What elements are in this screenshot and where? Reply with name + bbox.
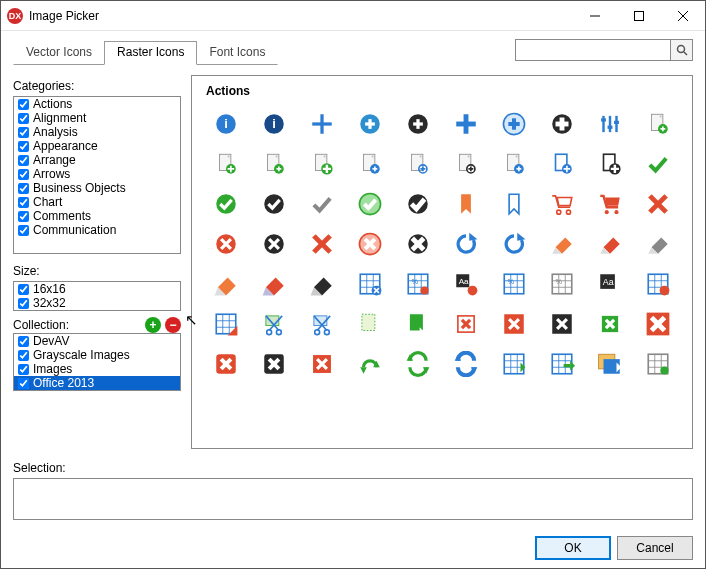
checkbox[interactable] — [18, 169, 29, 180]
maximize-button[interactable] — [617, 1, 661, 31]
apply-circle-icon[interactable] — [258, 188, 290, 220]
close-box-icon[interactable] — [594, 308, 626, 340]
checkbox[interactable] — [18, 378, 29, 389]
selection-box[interactable] — [13, 478, 693, 520]
convert-to-icon[interactable] — [498, 348, 530, 380]
checkbox[interactable] — [18, 183, 29, 194]
list-item[interactable]: Office 2013 — [14, 376, 180, 390]
apply-circle-icon[interactable] — [210, 188, 242, 220]
list-item[interactable]: Chart — [14, 195, 180, 209]
list-item[interactable]: Grayscale Images — [14, 348, 180, 362]
list-item[interactable]: Analysis — [14, 125, 180, 139]
convert-icon[interactable] — [450, 348, 482, 380]
cut-icon[interactable] — [306, 308, 338, 340]
add-circle-icon[interactable] — [354, 108, 386, 140]
add-file-icon[interactable] — [306, 148, 338, 180]
search-input[interactable] — [515, 39, 671, 61]
cancel-circle-icon[interactable] — [210, 228, 242, 260]
clear-format-icon[interactable]: % — [546, 268, 578, 300]
cancel-button[interactable]: Cancel — [617, 536, 693, 560]
refresh-icon[interactable] — [498, 228, 530, 260]
checkbox[interactable] — [18, 284, 29, 295]
apply-circle-icon[interactable] — [354, 188, 386, 220]
eraser-icon[interactable] — [210, 268, 242, 300]
close-box-icon[interactable] — [450, 308, 482, 340]
minimize-button[interactable] — [573, 1, 617, 31]
convert-to-icon[interactable] — [642, 348, 674, 380]
checkbox[interactable] — [18, 350, 29, 361]
add-file-icon[interactable] — [498, 148, 530, 180]
clear-format-icon[interactable]: % — [402, 268, 434, 300]
cancel-circle-icon[interactable] — [258, 228, 290, 260]
list-item[interactable]: Appearance — [14, 139, 180, 153]
add-file-icon[interactable] — [642, 108, 674, 140]
add-file-icon[interactable] — [354, 148, 386, 180]
about-icon[interactable]: i — [210, 108, 242, 140]
cart-icon[interactable] — [594, 188, 626, 220]
ok-button[interactable]: OK — [535, 536, 611, 560]
list-item[interactable]: Arrange — [14, 153, 180, 167]
list-item[interactable]: Images — [14, 362, 180, 376]
list-item[interactable]: Arrows — [14, 167, 180, 181]
clear-format-icon[interactable] — [354, 268, 386, 300]
add-file-icon[interactable] — [402, 148, 434, 180]
close-box-icon[interactable] — [498, 308, 530, 340]
refresh-icon[interactable] — [450, 228, 482, 260]
cancel-circle-icon[interactable] — [402, 228, 434, 260]
sliders-icon[interactable] — [594, 108, 626, 140]
cancel-icon[interactable] — [306, 228, 338, 260]
clear-format-icon[interactable]: % — [498, 268, 530, 300]
checkbox[interactable] — [18, 298, 29, 309]
list-item[interactable]: Alignment — [14, 111, 180, 125]
cut-icon[interactable] — [402, 308, 434, 340]
checkbox[interactable] — [18, 364, 29, 375]
apply-circle-icon[interactable] — [402, 188, 434, 220]
checkbox[interactable] — [18, 141, 29, 152]
clear-table-icon[interactable] — [210, 308, 242, 340]
tab-font-icons[interactable]: Font Icons — [196, 41, 278, 65]
cancel-circle-icon[interactable] — [354, 228, 386, 260]
close-box-icon[interactable] — [546, 308, 578, 340]
checkbox[interactable] — [18, 113, 29, 124]
add-collection-button[interactable]: + — [145, 317, 161, 333]
add-circle-icon[interactable] — [546, 108, 578, 140]
checkbox[interactable] — [18, 336, 29, 347]
checkbox[interactable] — [18, 197, 29, 208]
apply-icon[interactable] — [642, 148, 674, 180]
convert-icon[interactable] — [354, 348, 386, 380]
add-file-icon[interactable] — [546, 148, 578, 180]
search-button[interactable] — [671, 39, 693, 61]
add-file-icon[interactable] — [210, 148, 242, 180]
collection-list[interactable]: DevAVGrayscale ImagesImagesOffice 2013 — [13, 333, 181, 391]
bookmark-icon[interactable] — [498, 188, 530, 220]
checkbox[interactable] — [18, 155, 29, 166]
bookmark-icon[interactable] — [450, 188, 482, 220]
size-list[interactable]: 16x1632x32 — [13, 281, 181, 311]
tab-raster-icons[interactable]: Raster Icons — [104, 41, 197, 65]
clear-format-icon[interactable]: Aa — [450, 268, 482, 300]
cut-icon[interactable] — [258, 308, 290, 340]
cancel-icon[interactable] — [642, 188, 674, 220]
close-box-icon[interactable] — [642, 308, 674, 340]
close-box-icon[interactable] — [306, 348, 338, 380]
list-item[interactable]: Communication — [14, 223, 180, 237]
list-item[interactable]: Actions — [14, 97, 180, 111]
close-box-icon[interactable] — [258, 348, 290, 380]
eraser-icon[interactable] — [546, 228, 578, 260]
clear-table-icon[interactable] — [642, 268, 674, 300]
add-file-icon[interactable] — [450, 148, 482, 180]
convert-to-icon[interactable] — [546, 348, 578, 380]
add-icon[interactable] — [306, 108, 338, 140]
convert-icon[interactable] — [402, 348, 434, 380]
checkbox[interactable] — [18, 211, 29, 222]
eraser-icon[interactable] — [642, 228, 674, 260]
about-icon[interactable]: i — [258, 108, 290, 140]
clear-format-icon[interactable]: Aa — [594, 268, 626, 300]
add-circle-icon[interactable] — [402, 108, 434, 140]
cart-icon[interactable] — [546, 188, 578, 220]
close-button[interactable] — [661, 1, 705, 31]
convert-to-icon[interactable] — [594, 348, 626, 380]
add-icon[interactable] — [450, 108, 482, 140]
list-item[interactable]: Comments — [14, 209, 180, 223]
add-file-icon[interactable] — [594, 148, 626, 180]
